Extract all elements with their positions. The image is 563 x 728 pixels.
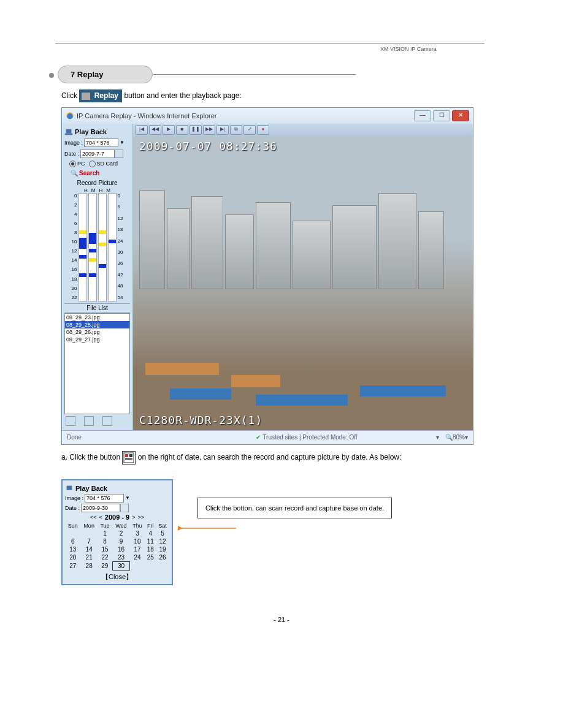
image-select[interactable]: 704 * 576 — [84, 138, 118, 147]
calendar-day — [145, 561, 156, 570]
record-picture-label: Record Picture — [64, 180, 130, 186]
calendar-day[interactable]: 6 — [65, 537, 80, 545]
calendar-day[interactable]: 10 — [130, 537, 145, 545]
calendar-day[interactable]: 3 — [130, 529, 145, 537]
calendar-day[interactable]: 13 — [65, 545, 80, 553]
calendar-day[interactable]: 16 — [112, 545, 130, 553]
svg-rect-4 — [125, 454, 128, 457]
calendar-day[interactable]: 19 — [156, 545, 169, 553]
next-frame-button[interactable]: ▶| — [216, 125, 229, 135]
calendar-day[interactable]: 26 — [156, 553, 169, 562]
calendar-day[interactable]: 18 — [145, 545, 156, 553]
calendar-day[interactable]: 25 — [145, 553, 156, 562]
header-rule — [55, 43, 484, 44]
minimize-button[interactable]: — — [414, 110, 431, 121]
play-icon[interactable] — [66, 416, 75, 426]
calendar-day[interactable]: 14 — [80, 545, 98, 553]
snapshot-button[interactable]: ⧉ — [230, 125, 242, 135]
ie-statusbar: Done ✔Trusted sites | Protected Mode: Of… — [62, 430, 473, 444]
rewind-button[interactable]: ◀◀ — [149, 125, 161, 135]
search-button[interactable]: Search — [79, 170, 99, 176]
prev-frame-button[interactable]: |◀ — [136, 125, 148, 135]
calendar-day[interactable]: 21 — [80, 553, 98, 562]
cal-image-select[interactable]: 704 * 576 — [85, 494, 124, 502]
calendar-day[interactable]: 22 — [98, 553, 112, 562]
chevron-down-icon-2[interactable]: ▼ — [125, 495, 130, 501]
close-button[interactable]: ✕ — [452, 110, 469, 121]
calendar-icon-2[interactable] — [120, 504, 129, 512]
step-a-text: a. Click the button on the right of date… — [61, 451, 508, 464]
calendar-day[interactable]: 23 — [112, 553, 130, 562]
cal-image-label: Image : — [65, 495, 83, 501]
calendar-day[interactable]: 28 — [80, 561, 98, 570]
date-picker-icon[interactable] — [122, 451, 136, 464]
pause-button[interactable]: ❚❚ — [190, 125, 202, 135]
zoom-icon[interactable]: 🔍 — [445, 434, 453, 441]
zoom-dropdown[interactable]: ▾ — [465, 434, 468, 441]
next-year-button[interactable]: >> — [137, 514, 144, 520]
calendar-day[interactable]: 20 — [65, 553, 80, 562]
svg-rect-2 — [65, 133, 72, 135]
security-dropdown[interactable]: ▾ — [436, 434, 439, 441]
calendar-day — [130, 561, 145, 570]
calendar-day[interactable]: 4 — [145, 529, 156, 537]
record-button[interactable]: ● — [257, 125, 269, 135]
camera-icon — [82, 93, 90, 100]
intro-text: Click Replay button and enter the playba… — [61, 89, 508, 102]
file-item[interactable]: 08_29_27.jpg — [65, 336, 129, 343]
file-item[interactable]: 08_29_23.jpg — [65, 314, 129, 321]
delete-icon[interactable] — [102, 416, 112, 426]
prev-year-button[interactable]: << — [90, 514, 97, 520]
calendar-day[interactable]: 9 — [112, 537, 130, 545]
next-month-button[interactable]: > — [132, 514, 135, 520]
pc-radio[interactable] — [69, 161, 76, 167]
prev-month-button[interactable]: < — [99, 514, 102, 520]
timeline-col-4[interactable] — [108, 193, 117, 301]
progress-slider[interactable] — [274, 126, 470, 134]
file-item[interactable]: 08_29_26.jpg — [65, 328, 129, 336]
chevron-down-icon[interactable]: ▼ — [120, 140, 124, 145]
playback-icon-2 — [65, 484, 74, 493]
calendar-day[interactable]: 17 — [130, 545, 145, 553]
timeline-col-3[interactable] — [98, 193, 107, 301]
document-page: XM VISION IP Camera 7 Replay Click Repla… — [0, 0, 563, 728]
fullscreen-button[interactable]: ⤢ — [243, 125, 256, 135]
calendar-day — [156, 561, 169, 570]
calendar-day[interactable]: 24 — [130, 553, 145, 562]
intro-prefix: Click — [61, 91, 79, 100]
calendar-day[interactable]: 5 — [156, 529, 169, 537]
calendar-day[interactable]: 15 — [98, 545, 112, 553]
date-input[interactable]: 2009-7-7 — [80, 150, 115, 158]
calendar-day[interactable]: 11 — [145, 537, 156, 545]
download-icon[interactable] — [84, 416, 94, 426]
calendar-grid[interactable]: SunMonTueWedThuFriSat 123456789101112131… — [65, 522, 169, 571]
timeline-col-2[interactable] — [88, 193, 97, 301]
timeline[interactable]: 0246810121416182022 — [64, 193, 130, 301]
calendar-day[interactable]: 30 — [112, 561, 130, 570]
calendar-day[interactable]: 8 — [98, 537, 112, 545]
svg-rect-5 — [129, 454, 132, 457]
cal-date-label: Date : — [65, 505, 80, 511]
file-item[interactable]: 08_29_25.jpg — [65, 321, 129, 328]
cal-date-input[interactable]: 2009-9-30 — [81, 504, 120, 512]
calendar-day[interactable]: 12 — [156, 537, 169, 545]
sd-radio[interactable] — [89, 161, 96, 167]
calendar-day[interactable]: 7 — [80, 537, 98, 545]
calendar-day[interactable]: 1 — [98, 529, 112, 537]
replay-button[interactable]: Replay — [79, 89, 122, 102]
calendar-day[interactable]: 27 — [65, 561, 80, 570]
play-button[interactable]: ▶ — [163, 125, 175, 135]
ffwd-button[interactable]: ▶▶ — [203, 125, 215, 135]
calendar-close-button[interactable]: 【Close】 — [65, 572, 169, 582]
maximize-button[interactable]: ☐ — [433, 110, 450, 121]
timeline-col-1[interactable] — [79, 193, 87, 301]
replay-label: Replay — [94, 91, 118, 100]
playback-icon — [64, 127, 73, 136]
calendar-icon[interactable] — [115, 150, 123, 158]
calendar-day[interactable]: 2 — [112, 529, 130, 537]
stop-button[interactable]: ■ — [176, 125, 188, 135]
calendar-day[interactable]: 29 — [98, 561, 112, 570]
video-area[interactable]: 2009-07-07 08:27:36 — [133, 136, 473, 430]
section-title: 7 Replay — [58, 66, 153, 83]
file-list[interactable]: 08_29_23.jpg08_29_25.jpg08_29_26.jpg08_2… — [64, 313, 130, 414]
